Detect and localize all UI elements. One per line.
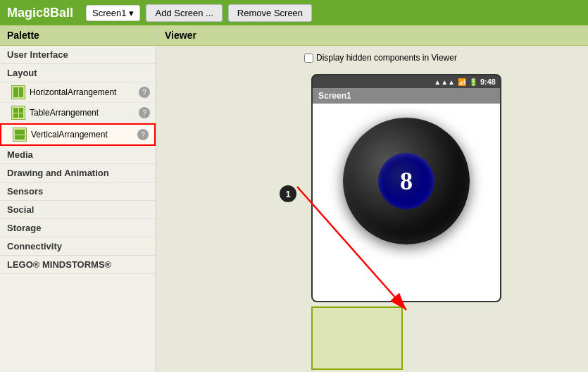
battery-icon: 🔋 bbox=[469, 78, 477, 86]
sidebar: Palette User Interface Layout Horizontal… bbox=[0, 25, 156, 372]
display-hidden-checkbox[interactable] bbox=[304, 54, 313, 63]
phone-mockup: ▲▲▲ 📶 🔋 9:48 Screen1 8 bbox=[311, 74, 501, 302]
sidebar-item-sensors[interactable]: Sensors bbox=[0, 182, 156, 201]
remove-screen-button[interactable]: Remove Screen bbox=[228, 4, 312, 22]
sidebar-item-lego-label: LEGO® MINDSTORMS® bbox=[7, 259, 111, 270]
phone-title-bar: Screen1 bbox=[313, 88, 500, 104]
vertical-help-icon[interactable]: ? bbox=[137, 129, 149, 140]
sidebar-item-media-label: Media bbox=[7, 149, 33, 160]
vertical-arrangement-label: VerticalArrangement bbox=[31, 130, 137, 140]
viewer-header: Viewer bbox=[156, 25, 588, 46]
main-layout: Palette User Interface Layout Horizontal… bbox=[0, 25, 588, 372]
add-screen-button[interactable]: Add Screen ... bbox=[146, 4, 222, 22]
display-hidden-row: Display hidden components in Viewer bbox=[304, 53, 581, 63]
vertical-arrangement-drop-zone[interactable] bbox=[311, 306, 403, 370]
table-arrangement-label: TableArrangement bbox=[30, 108, 139, 118]
sidebar-item-layout-label: Layout bbox=[7, 68, 37, 78]
phone-status-bar: ▲▲▲ 📶 🔋 9:48 bbox=[313, 75, 500, 88]
viewer-area: Display hidden components in Viewer ▲▲▲ … bbox=[156, 46, 588, 370]
sidebar-item-storage-label: Storage bbox=[7, 223, 41, 233]
sidebar-item-sensors-label: Sensors bbox=[7, 186, 43, 197]
app-title: Magic8Ball bbox=[7, 6, 73, 20]
magic8ball-image: 8 bbox=[343, 118, 470, 244]
screen-dropdown[interactable]: Screen1 ▾ bbox=[86, 5, 140, 21]
sidebar-item-lego[interactable]: LEGO® MINDSTORMS® bbox=[0, 256, 156, 274]
display-hidden-label: Display hidden components in Viewer bbox=[316, 53, 457, 63]
phone-time: 9:48 bbox=[480, 78, 496, 86]
horizontal-arrangement-icon bbox=[11, 85, 25, 99]
step-badge: 1 bbox=[280, 185, 296, 202]
horizontal-help-icon[interactable]: ? bbox=[139, 87, 150, 98]
sidebar-item-layout[interactable]: Layout bbox=[0, 64, 156, 82]
sidebar-item-drawing-label: Drawing and Animation bbox=[7, 168, 109, 178]
sidebar-item-drawing[interactable]: Drawing and Animation bbox=[0, 164, 156, 182]
content-area: Viewer Display hidden components in View… bbox=[156, 25, 588, 372]
magic8ball-inner: 8 bbox=[378, 153, 434, 209]
sidebar-item-table-arrangement[interactable]: TableArrangement ? bbox=[0, 103, 156, 123]
sidebar-item-social[interactable]: Social bbox=[0, 201, 156, 219]
sidebar-item-user-interface[interactable]: User Interface bbox=[0, 46, 156, 64]
magic8ball-number: 8 bbox=[400, 166, 413, 196]
sidebar-item-storage[interactable]: Storage bbox=[0, 219, 156, 237]
dropdown-arrow-icon: ▾ bbox=[129, 8, 134, 18]
signal-icon: 📶 bbox=[458, 78, 466, 86]
phone-screen-title: Screen1 bbox=[318, 91, 351, 101]
screen-dropdown-label: Screen1 bbox=[92, 8, 126, 18]
sidebar-item-media[interactable]: Media bbox=[0, 146, 156, 164]
app-header: Magic8Ball Screen1 ▾ Add Screen ... Remo… bbox=[0, 0, 588, 25]
phone-screen: 8 bbox=[313, 104, 500, 301]
wifi-icon: ▲▲▲ bbox=[434, 78, 455, 86]
horizontal-arrangement-label: HorizontalArrangement bbox=[30, 87, 139, 97]
table-help-icon[interactable]: ? bbox=[139, 107, 150, 118]
table-arrangement-icon bbox=[11, 106, 25, 120]
sidebar-item-connectivity-label: Connectivity bbox=[7, 241, 62, 252]
sidebar-item-vertical-arrangement[interactable]: VerticalArrangement ? bbox=[0, 123, 156, 146]
sidebar-item-horizontal-arrangement[interactable]: HorizontalArrangement ? bbox=[0, 82, 156, 103]
sidebar-item-social-label: Social bbox=[7, 204, 34, 215]
sidebar-item-connectivity[interactable]: Connectivity bbox=[0, 237, 156, 256]
sidebar-item-user-interface-label: User Interface bbox=[7, 49, 68, 60]
vertical-arrangement-icon bbox=[13, 128, 27, 142]
palette-header: Palette bbox=[0, 25, 156, 46]
